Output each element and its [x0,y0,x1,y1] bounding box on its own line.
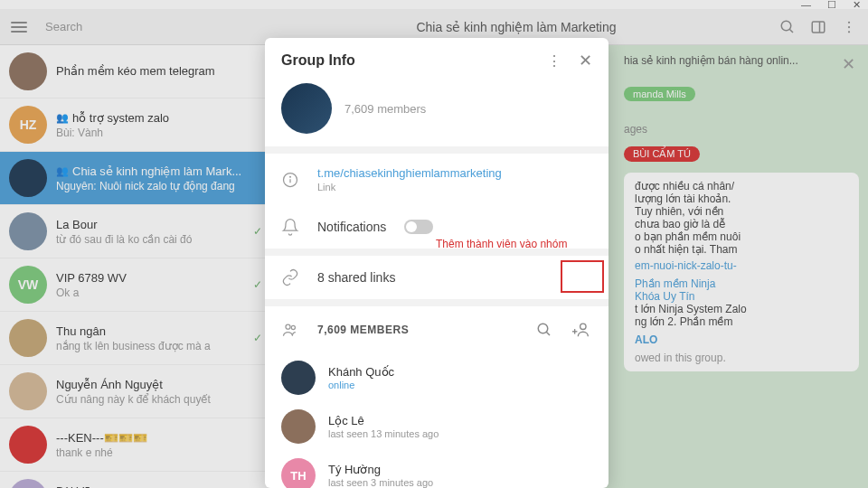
members-icon [281,321,299,339]
info-icon [281,171,299,189]
svg-point-12 [538,324,548,333]
annotation-text: Thêm thành viên vào nhóm [436,238,567,250]
notifications-toggle[interactable] [404,220,433,234]
add-member-button[interactable] [571,319,592,341]
member-row[interactable]: Lộc Lêlast seen 13 minutes ago [265,402,609,451]
member-avatar: TH [281,458,316,488]
modal-title: Group Info [281,52,355,69]
group-info-modal: Group Info ⋮ ✕ 7,609 members t.me/chiase… [265,38,609,488]
svg-point-14 [580,324,586,329]
member-name: Tý Hường [328,463,592,476]
member-row[interactable]: THTý Hườnglast seen 3 minutes ago [265,451,609,488]
search-members-icon[interactable] [536,322,552,338]
link-icon [281,268,299,286]
more-options-icon[interactable]: ⋮ [547,52,562,70]
member-status: last seen 3 minutes ago [328,477,592,488]
group-avatar[interactable] [281,83,332,134]
members-count-label: 7,609 MEMBERS [317,324,518,336]
member-avatar [281,361,316,395]
bell-icon [281,218,299,236]
svg-point-11 [291,325,295,329]
link-label: Link [317,182,592,192]
svg-point-10 [286,324,290,329]
svg-line-13 [546,332,550,335]
member-name: Lộc Lê [328,414,592,427]
close-modal-icon[interactable]: ✕ [579,51,592,70]
member-count: 7,609 members [344,102,426,116]
shared-links-label: 8 shared links [317,270,395,285]
member-name: Khánh Quốc [328,365,592,379]
member-row[interactable]: Khánh Quốconline [265,353,609,402]
member-status: last seen 13 minutes ago [328,428,592,439]
member-status: online [328,380,592,390]
member-avatar [281,409,316,444]
svg-point-9 [290,176,291,177]
group-link: t.me/chiasekinhghiemlammarketing [317,166,592,180]
group-link-row[interactable]: t.me/chiasekinhghiemlammarketing Link [265,154,609,205]
shared-links-row[interactable]: 8 shared links [265,256,609,299]
notifications-label: Notifications [317,220,386,234]
